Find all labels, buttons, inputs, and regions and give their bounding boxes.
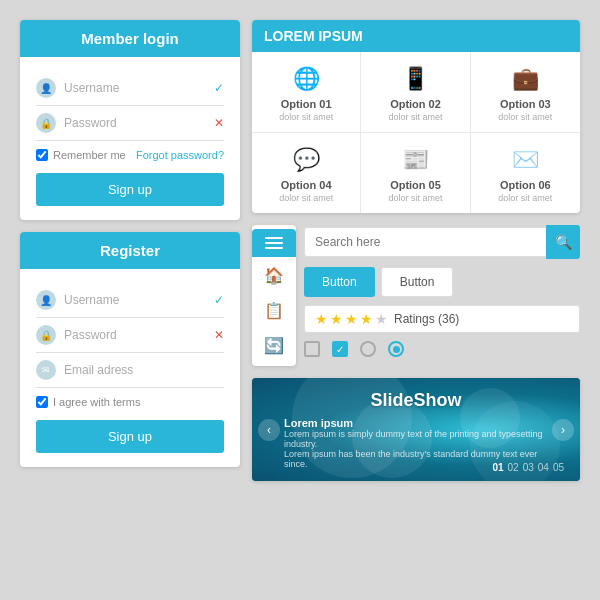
search-button[interactable]: 🔍	[546, 225, 580, 259]
invalid-check: ✕	[214, 116, 224, 130]
option-1-icon: 🌐	[288, 64, 324, 94]
nav-widget: 🏠 📋 🔄	[252, 225, 296, 366]
search-row: 🔍	[304, 225, 580, 259]
option-6-sub: dolor sit amet	[498, 193, 552, 203]
option-3[interactable]: 💼 Option 03 dolor sit amet	[471, 52, 580, 133]
radio-unchecked[interactable]	[360, 341, 376, 357]
hamburger-menu[interactable]	[252, 229, 296, 257]
nav-home-icon[interactable]: 🏠	[252, 259, 296, 292]
ratings-text: Ratings (36)	[394, 312, 459, 326]
login-title: Member login	[81, 30, 179, 47]
option-5[interactable]: 📰 Option 05 dolor sit amet	[361, 133, 470, 213]
reg-lock-icon: 🔒	[36, 325, 56, 345]
option-5-icon: 📰	[397, 145, 433, 175]
slideshow-body: Lorem ipsum is simply dummy text of the …	[284, 429, 548, 449]
reg-invalid-check: ✕	[214, 328, 224, 342]
agree-label[interactable]: I agree with terms	[36, 396, 140, 408]
slideshow-next-button[interactable]: ›	[552, 419, 574, 441]
option-3-icon: 💼	[507, 64, 543, 94]
lock-icon: 🔒	[36, 113, 56, 133]
forgot-link[interactable]: Forgot password?	[136, 149, 224, 161]
login-header: Member login	[20, 20, 240, 57]
slideshow-panel: ‹ SlideShow Lorem ipsum Lorem ipsum is s…	[252, 378, 580, 481]
reg-username-field[interactable]: Username	[64, 293, 206, 307]
lorem-header: LOREM IPSUM	[252, 20, 580, 52]
option-5-sub: dolor sit amet	[388, 193, 442, 203]
hamburger-line-2	[265, 242, 283, 244]
user-icon: 👤	[36, 78, 56, 98]
star-rating: ★ ★ ★ ★ ★	[315, 311, 388, 327]
email-icon: ✉	[36, 360, 56, 380]
lorem-title: LOREM IPSUM	[264, 28, 363, 44]
reg-password-field[interactable]: Password	[64, 328, 206, 342]
reg-email-row: ✉ Email adress	[36, 353, 224, 388]
reg-user-icon: 👤	[36, 290, 56, 310]
option-4-icon: 💬	[288, 145, 324, 175]
option-2[interactable]: 📱 Option 02 dolor sit amet	[361, 52, 470, 133]
hamburger-line-3	[265, 247, 283, 249]
option-4-sub: dolor sit amet	[279, 193, 333, 203]
ratings-row: ★ ★ ★ ★ ★ Ratings (36)	[304, 305, 580, 333]
login-signup-button[interactable]: Sign up	[36, 173, 224, 206]
button-row: Button Button	[304, 267, 580, 297]
slideshow-text-1: Lorem ipsum Lorem ipsum is simply dummy …	[264, 417, 568, 469]
slideshow-prev-button[interactable]: ‹	[258, 419, 280, 441]
slideshow-lorem-label: Lorem ipsum	[284, 417, 548, 429]
checkbox-unchecked[interactable]	[304, 341, 320, 357]
option-1[interactable]: 🌐 Option 01 dolor sit amet	[252, 52, 361, 133]
password-field[interactable]: Password	[64, 116, 206, 130]
reg-password-row: 🔒 Password ✕	[36, 318, 224, 353]
secondary-button[interactable]: Button	[381, 267, 454, 297]
option-2-sub: dolor sit amet	[388, 112, 442, 122]
lorem-panel: LOREM IPSUM 🌐 Option 01 dolor sit amet 📱…	[252, 20, 580, 213]
remember-label[interactable]: Remember me	[36, 149, 126, 161]
checkboxes-row	[304, 341, 580, 357]
option-6[interactable]: ✉️ Option 06 dolor sit amet	[471, 133, 580, 213]
radio-checked[interactable]	[388, 341, 404, 357]
option-2-label: Option 02	[390, 98, 441, 110]
agree-checkbox[interactable]	[36, 396, 48, 408]
username-field[interactable]: Username	[64, 81, 206, 95]
option-6-icon: ✉️	[507, 145, 543, 175]
username-row: 👤 Username ✓	[36, 71, 224, 106]
remember-checkbox[interactable]	[36, 149, 48, 161]
option-3-sub: dolor sit amet	[498, 112, 552, 122]
option-3-label: Option 03	[500, 98, 551, 110]
agree-row: I agree with terms	[36, 388, 224, 416]
remember-row: Remember me Forgot password?	[36, 141, 224, 169]
slideshow-title: SlideShow	[370, 390, 461, 411]
nav-file-icon[interactable]: 📋	[252, 294, 296, 327]
star-5: ★	[375, 311, 388, 327]
checkbox-checked[interactable]	[332, 341, 348, 357]
option-6-label: Option 06	[500, 179, 551, 191]
search-input[interactable]	[304, 227, 546, 257]
password-row: 🔒 Password ✕	[36, 106, 224, 141]
valid-check: ✓	[214, 81, 224, 95]
options-grid: 🌐 Option 01 dolor sit amet 📱 Option 02 d…	[252, 52, 580, 213]
option-4[interactable]: 💬 Option 04 dolor sit amet	[252, 133, 361, 213]
register-signup-button[interactable]: Sign up	[36, 420, 224, 453]
register-header: Register	[20, 232, 240, 269]
star-3: ★	[345, 311, 358, 327]
register-panel: Register 👤 Username ✓ 🔒 Password ✕ ✉ Ema…	[20, 232, 240, 467]
option-1-label: Option 01	[281, 98, 332, 110]
controls-widget: 🔍 Button Button ★ ★ ★ ★ ★ Ratings (36)	[304, 225, 580, 366]
slideshow-content: SlideShow Lorem ipsum Lorem ipsum is sim…	[252, 378, 580, 481]
nav-refresh-icon[interactable]: 🔄	[252, 329, 296, 362]
option-2-icon: 📱	[397, 64, 433, 94]
primary-button[interactable]: Button	[304, 267, 375, 297]
widgets-area: 🏠 📋 🔄 🔍 Button Button ★ ★	[252, 225, 580, 366]
star-1: ★	[315, 311, 328, 327]
option-4-label: Option 04	[281, 179, 332, 191]
hamburger-line-1	[265, 237, 283, 239]
register-title: Register	[100, 242, 160, 259]
option-5-label: Option 05	[390, 179, 441, 191]
reg-email-field[interactable]: Email adress	[64, 363, 224, 377]
star-2: ★	[330, 311, 343, 327]
login-panel: Member login 👤 Username ✓ 🔒 Password ✕ R…	[20, 20, 240, 220]
reg-username-row: 👤 Username ✓	[36, 283, 224, 318]
option-1-sub: dolor sit amet	[279, 112, 333, 122]
star-4: ★	[360, 311, 373, 327]
slideshow-body-2: Lorem ipsum has been the industry's stan…	[284, 449, 548, 469]
reg-valid-check: ✓	[214, 293, 224, 307]
